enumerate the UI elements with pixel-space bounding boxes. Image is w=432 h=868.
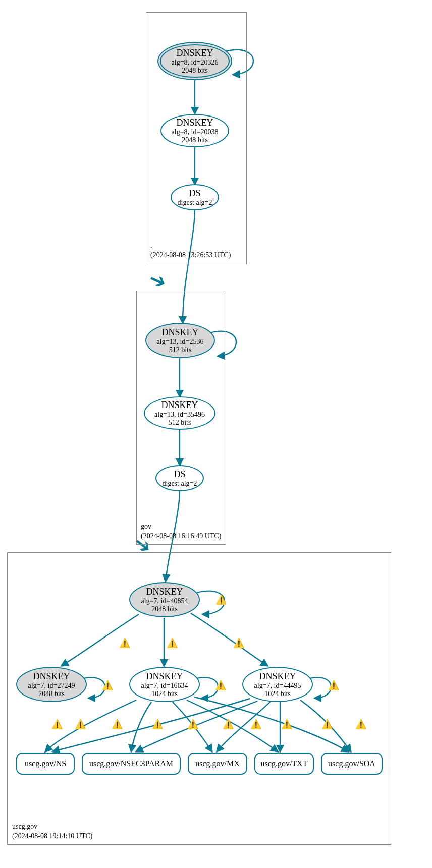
uscg-key-44495: DNSKEY alg=7, id=44495 1024 bits (242, 667, 313, 702)
zone-root-label: . (2024-08-08 13:26:53 UTC) (150, 241, 231, 260)
warning-icon: ⚠️ (166, 638, 179, 649)
warning-icon: ⚠️ (101, 680, 114, 691)
uscg-ksk: DNSKEY alg=7, id=40854 2048 bits (129, 582, 200, 617)
node-title: DNSKEY (176, 48, 213, 59)
warning-icon: ⚠️ (118, 638, 131, 649)
node-line: digest alg=2 (178, 199, 212, 207)
zone-gov-label: gov (2024-08-08 16:16:49 UTC) (141, 522, 221, 541)
dnssec-diagram: ➔ ➔ . (2024-08-08 13:26:53 UTC) DNSKEY a… (0, 0, 432, 868)
node-title: DNSKEY (146, 587, 183, 597)
zone-root-ts: (2024-08-08 13:26:53 UTC) (150, 251, 231, 260)
root-ksk: DNSKEY alg=8, id=20326 2048 bits (157, 42, 232, 80)
node-line: alg=8, id=20038 (172, 128, 219, 136)
warning-icon: ⚠️ (111, 719, 124, 730)
zone-uscg-name: uscg.gov (12, 822, 92, 832)
uscg-key-27249: DNSKEY alg=7, id=27249 2048 bits (16, 667, 87, 702)
warning-icon: ⚠️ (186, 719, 199, 730)
node-line: 2048 bits (38, 690, 65, 698)
warning-icon: ⚠️ (214, 594, 228, 605)
warning-icon: ⚠️ (74, 719, 87, 730)
rrset-label: uscg.gov/MX (195, 759, 240, 768)
node-title: DNSKEY (259, 671, 296, 682)
node-line: alg=13, id=35496 (154, 411, 205, 419)
warning-icon: ⚠️ (222, 719, 235, 730)
rrset-label: uscg.gov/NS (25, 759, 66, 768)
rrset-label: uscg.gov/SOA (328, 759, 375, 768)
warning-icon: ⚠️ (151, 719, 164, 730)
rrset-txt: uscg.gov/TXT (254, 753, 314, 775)
node-line: 512 bits (169, 419, 191, 427)
gov-ds: DS digest alg=2 (155, 465, 204, 491)
warning-icon: ⚠️ (327, 680, 340, 691)
node-title: DS (174, 469, 185, 480)
node-line: digest alg=2 (163, 480, 197, 488)
rrset-soa: uscg.gov/SOA (321, 753, 383, 775)
warning-icon: ⚠️ (50, 719, 64, 730)
node-line: alg=7, id=16634 (141, 682, 188, 690)
rrset-ns: uscg.gov/NS (16, 753, 75, 775)
node-title: DS (189, 188, 200, 199)
warning-icon: ⚠️ (232, 638, 245, 649)
rrset-nsec3param: uscg.gov/NSEC3PARAM (82, 753, 181, 775)
zone-uscg-ts: (2024-08-08 19:14:10 UTC) (12, 832, 92, 841)
rrset-mx: uscg.gov/MX (188, 753, 247, 775)
node-title: DNSKEY (146, 671, 183, 682)
zone-gov-ts: (2024-08-08 16:16:49 UTC) (141, 532, 221, 541)
warning-icon: ⚠️ (320, 719, 334, 730)
root-ds: DS digest alg=2 (171, 184, 219, 210)
node-line: alg=13, id=2536 (157, 338, 204, 346)
node-line: alg=7, id=40854 (141, 597, 188, 605)
node-line: 2048 bits (182, 67, 208, 75)
warning-icon: ⚠️ (249, 719, 262, 730)
rrset-label: uscg.gov/TXT (261, 759, 308, 768)
node-line: 2048 bits (182, 136, 208, 144)
gov-zsk: DNSKEY alg=13, id=35496 512 bits (144, 396, 215, 430)
node-line: alg=7, id=44495 (254, 682, 301, 690)
root-zsk: DNSKEY alg=8, id=20038 2048 bits (160, 114, 229, 147)
node-line: 1024 bits (151, 690, 178, 698)
warning-icon: ⚠️ (280, 719, 293, 730)
zone-uscg-label: uscg.gov (2024-08-08 19:14:10 UTC) (12, 822, 92, 841)
node-line: alg=7, id=27249 (28, 682, 75, 690)
gov-ksk: DNSKEY alg=13, id=2536 512 bits (145, 323, 215, 358)
node-line: 1024 bits (264, 690, 291, 698)
warning-icon: ⚠️ (214, 680, 227, 691)
node-line: 2048 bits (151, 605, 178, 613)
node-line: alg=8, id=20326 (172, 59, 219, 67)
node-title: DNSKEY (33, 671, 70, 682)
rrset-label: uscg.gov/NSEC3PARAM (89, 759, 173, 768)
zone-gov-name: gov (141, 522, 221, 532)
node-line: 512 bits (169, 346, 192, 354)
uscg-key-16634: DNSKEY alg=7, id=16634 1024 bits (129, 667, 200, 702)
warning-icon: ⚠️ (354, 719, 367, 730)
node-title: DNSKEY (161, 327, 198, 338)
node-title: DNSKEY (161, 400, 198, 411)
node-title: DNSKEY (176, 118, 213, 128)
zone-root-name: . (150, 241, 231, 251)
